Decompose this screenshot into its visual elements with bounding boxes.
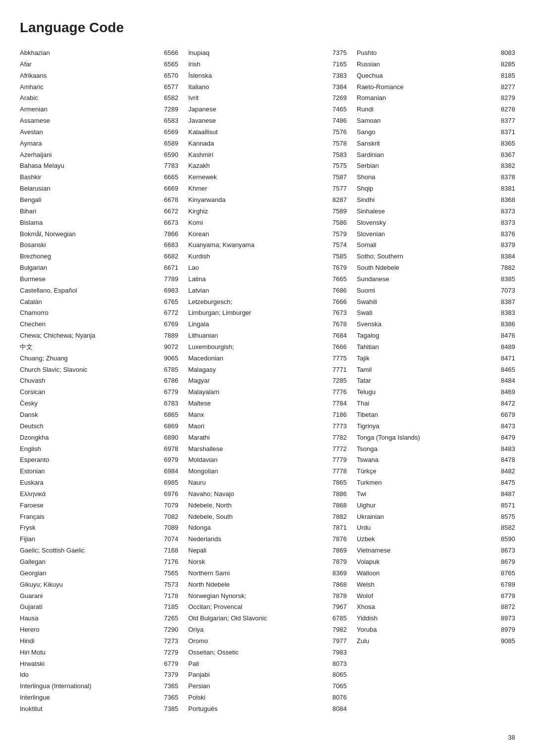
language-code: 8472 <box>501 399 515 408</box>
list-item: Lao7679 <box>188 262 347 274</box>
list-item: Romanian8279 <box>357 93 515 104</box>
language-code: 8373 <box>501 218 515 228</box>
language-code: 8489 <box>501 343 515 352</box>
language-code: 8679 <box>501 557 515 567</box>
list-item: Bengali6678 <box>20 195 178 206</box>
list-item: Esperanto6979 <box>20 454 178 466</box>
list-item: Gikuyu; Kikuyu7573 <box>20 579 178 591</box>
language-name: Latina <box>188 275 332 284</box>
language-name: Swati <box>357 308 501 318</box>
list-item: Burmese7789 <box>20 274 178 285</box>
language-code: 7782 <box>332 433 347 443</box>
language-name: Slovensky <box>357 218 501 228</box>
language-code: 8979 <box>501 625 515 635</box>
language-code: 8475 <box>501 478 515 488</box>
language-name: Wolof <box>357 592 501 601</box>
language-code: 6779 <box>164 388 178 397</box>
language-name: Mongolian <box>188 467 332 476</box>
language-name: Korean <box>188 230 332 239</box>
language-code: 6682 <box>164 252 178 261</box>
list-item: Sindhi8368 <box>357 195 515 206</box>
language-name: Macedonian <box>188 354 332 363</box>
column-1: Abkhazian6566Afar6565Afrikaans6570Amhari… <box>20 48 188 715</box>
language-name: Ukrainian <box>357 512 501 522</box>
language-code: 8483 <box>501 445 515 454</box>
language-name: Guarani <box>20 592 164 601</box>
language-code: 7779 <box>332 455 347 465</box>
language-name: Gaelic; Scottish Gaelic <box>20 546 164 555</box>
language-name: South Ndebele <box>357 263 501 273</box>
language-name: Sanskrit <box>357 139 501 149</box>
language-name: Ndebele, North <box>188 501 332 510</box>
list-item: Xhosa8872 <box>357 602 515 613</box>
list-item: Assamese6583 <box>20 115 178 127</box>
language-name: Maltese <box>188 399 332 408</box>
list-item: Japanese7465 <box>188 104 347 115</box>
list-item: Kannada7578 <box>188 138 347 150</box>
language-name: Lithuanian <box>188 331 332 341</box>
language-name: Burmese <box>20 275 164 284</box>
language-name: Manx <box>188 410 332 420</box>
language-code: 6976 <box>164 490 178 499</box>
list-item: Chuang; Zhuang9065 <box>20 353 178 364</box>
language-code: 6783 <box>164 399 178 408</box>
language-name: Bashkir <box>20 173 164 182</box>
language-code: 8465 <box>501 365 515 375</box>
list-item: Polski8076 <box>188 692 347 704</box>
language-code: 7574 <box>332 241 347 250</box>
language-code: 9072 <box>164 343 178 352</box>
language-code: 8385 <box>501 275 515 284</box>
list-item: Avestan6569 <box>20 127 178 138</box>
language-name: Tswana <box>357 455 501 465</box>
language-name: Ndebele, South <box>188 512 332 522</box>
list-item: Lingala7678 <box>188 319 347 330</box>
language-name: Chechen <box>20 320 164 329</box>
language-name: Luxembourgish; <box>188 343 332 352</box>
language-code: 8287 <box>332 196 347 205</box>
list-item: Zulu9085 <box>357 636 515 647</box>
language-code: 9085 <box>501 637 515 646</box>
language-name: Occitan; Provencal <box>188 603 332 612</box>
language-name: Faroese <box>20 501 164 510</box>
language-code: 7587 <box>332 173 347 182</box>
list-item: Hrwatski6779 <box>20 658 178 670</box>
language-code: 7866 <box>164 230 178 239</box>
language-name: Tagalog <box>357 331 501 341</box>
language-name: Persian <box>188 682 332 691</box>
list-item: Amharic6577 <box>20 82 178 93</box>
list-item: Panjabi8065 <box>188 669 347 681</box>
language-code: 6890 <box>164 433 178 443</box>
language-code: 7879 <box>332 557 347 567</box>
language-code: 7889 <box>164 331 178 341</box>
language-name: Moldavian <box>188 455 332 465</box>
language-code: 7865 <box>332 478 347 488</box>
language-code: 8487 <box>501 490 515 499</box>
list-item: Ossetian; Ossetic7983 <box>188 647 347 658</box>
language-code: 8384 <box>501 252 515 261</box>
language-code: 8278 <box>501 105 515 114</box>
language-name: Amharic <box>20 83 164 92</box>
list-item: Ndebele, North7868 <box>188 500 347 511</box>
language-name: Magyar <box>188 376 332 386</box>
language-code: 8084 <box>332 705 347 714</box>
list-item: Gallegan7176 <box>20 556 178 568</box>
language-code: 8386 <box>501 320 515 329</box>
language-name: Arabic <box>20 94 164 103</box>
list-item: Gujarati7185 <box>20 602 178 613</box>
language-code: 8382 <box>501 161 515 171</box>
language-name: Marathi <box>188 433 332 443</box>
language-name: Hiri Motu <box>20 648 164 657</box>
language-name: Brezhoneg <box>20 252 164 261</box>
list-item: Letzeburgesch;7666 <box>188 297 347 308</box>
list-item: Bahasa Melayu7783 <box>20 160 178 172</box>
language-code: 9065 <box>164 354 178 363</box>
list-item: Malayalam7776 <box>188 387 347 398</box>
list-item: Marshallese7772 <box>188 444 347 455</box>
language-code: 7178 <box>164 592 178 601</box>
language-name: Letzeburgesch; <box>188 298 332 307</box>
language-name: Samoan <box>357 116 501 126</box>
list-item: Chechen6769 <box>20 319 178 330</box>
language-code: 7983 <box>332 648 347 657</box>
list-item: Türkçe8482 <box>357 466 515 477</box>
language-name: Nauru <box>188 478 332 488</box>
